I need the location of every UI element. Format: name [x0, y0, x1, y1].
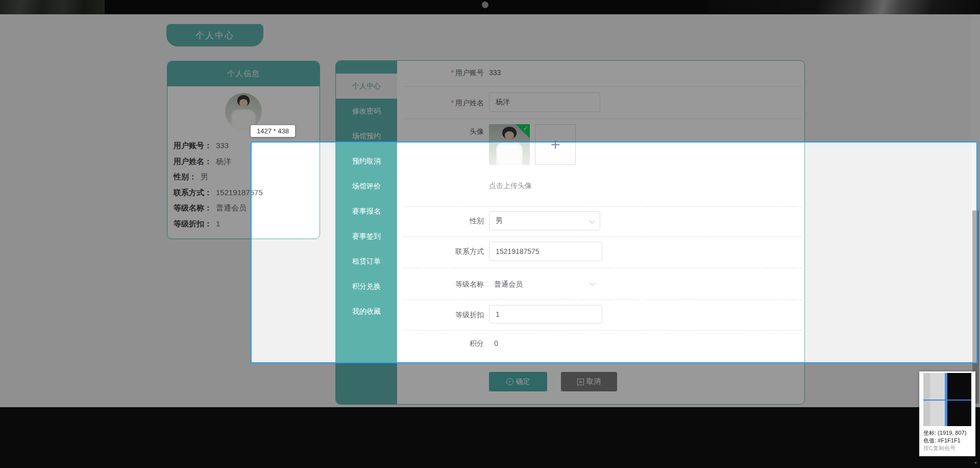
- account-value: 333: [489, 67, 501, 78]
- top-right-photo-fragment: [708, 0, 980, 14]
- profile-label: 用户账号：: [174, 141, 212, 150]
- row-divider: [403, 119, 801, 119]
- scrollbar-down-arrow-icon[interactable]: ▼: [971, 458, 980, 468]
- capture-selection-region[interactable]: [251, 142, 977, 363]
- color-picker-panel: 坐标: (1919, 807) 色值: #F1F1F1 按C复制色号: [919, 371, 975, 456]
- avatar-photo: [225, 93, 262, 130]
- required-mark: *: [451, 99, 454, 107]
- menu-item-personal-center[interactable]: 个人中心: [336, 74, 397, 99]
- pixel-magnifier: [923, 373, 971, 426]
- check-icon: ✓: [523, 125, 528, 132]
- menu-item-change-password[interactable]: 修改密码: [336, 99, 397, 124]
- avatar-face: [505, 131, 514, 139]
- capture-size-tooltip: 1427 * 438: [251, 125, 295, 137]
- profile-value: 333: [216, 141, 229, 150]
- account-label: *用户账号: [397, 67, 484, 78]
- confirm-button[interactable]: ✓ 确定: [489, 372, 547, 391]
- avatar-face: [239, 99, 248, 106]
- picker-coords: 坐标: (1919, 807): [923, 429, 971, 437]
- row-divider: [403, 86, 801, 87]
- page-title: 个人中心: [195, 30, 234, 41]
- top-bar: [0, 0, 980, 14]
- cancel-button[interactable]: ✕ 取消: [561, 372, 617, 391]
- profile-label: 等级名称：: [174, 203, 212, 212]
- picker-color-value: 色值: #F1F1F1: [923, 437, 971, 444]
- profile-card-header: 个人信息: [167, 61, 320, 86]
- name-input[interactable]: [489, 92, 600, 112]
- avatar-label: 头像: [397, 126, 484, 136]
- square-close-icon: ✕: [577, 379, 584, 385]
- profile-value: 1: [216, 219, 220, 228]
- recording-dot: [482, 2, 488, 8]
- screen: 个人中心 个人信息 用户账号：333 用户姓名：杨洋 性别：男 联系方式：: [0, 0, 980, 468]
- top-left-photo-fragment: [0, 0, 105, 14]
- profile-label: 用户姓名：: [174, 157, 212, 166]
- profile-card-title: 个人信息: [227, 69, 260, 79]
- profile-avatar: [225, 93, 262, 130]
- profile-label: 性别：: [174, 172, 197, 181]
- bottom-black-area: [0, 407, 980, 468]
- page-title-tab: 个人中心: [166, 24, 263, 46]
- profile-value: 男: [201, 172, 208, 181]
- name-label: *用户姓名: [397, 98, 484, 108]
- circle-check-icon: ✓: [506, 378, 513, 385]
- profile-label: 等级折扣：: [174, 219, 212, 228]
- picker-copy-hint: 按C复制色号: [923, 444, 971, 452]
- profile-value: 普通会员: [216, 203, 247, 212]
- required-mark: *: [451, 68, 454, 77]
- profile-label: 联系方式：: [174, 188, 212, 197]
- profile-value: 杨洋: [216, 157, 231, 166]
- magnifier-crosshair: [923, 400, 971, 401]
